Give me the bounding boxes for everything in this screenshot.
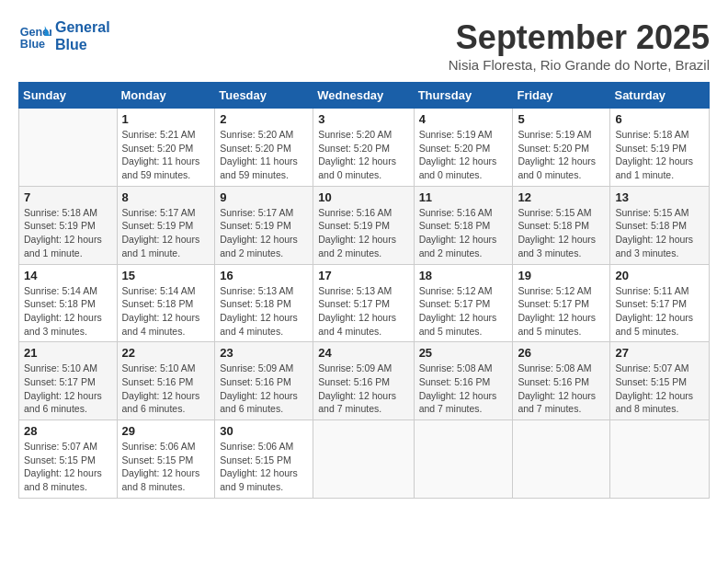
day-info: Sunrise: 5:12 AM Sunset: 5:17 PM Dayligh… <box>518 284 605 339</box>
day-info: Sunrise: 5:13 AM Sunset: 5:17 PM Dayligh… <box>318 284 408 339</box>
title-area: September 2025 Nisia Floresta, Rio Grand… <box>449 18 710 73</box>
calendar-cell: 14Sunrise: 5:14 AM Sunset: 5:18 PM Dayli… <box>19 264 118 342</box>
calendar-cell: 20Sunrise: 5:11 AM Sunset: 5:17 PM Dayli… <box>610 264 710 342</box>
weekday-header-thursday: Thursday <box>414 83 513 109</box>
day-number: 30 <box>220 424 308 438</box>
day-number: 29 <box>122 424 210 438</box>
calendar-cell: 2Sunrise: 5:20 AM Sunset: 5:20 PM Daylig… <box>215 109 313 187</box>
day-number: 12 <box>518 190 605 204</box>
day-number: 18 <box>419 269 508 282</box>
day-number: 24 <box>318 346 408 360</box>
day-number: 19 <box>518 269 605 282</box>
day-number: 7 <box>24 190 112 204</box>
logo-icon: General Blue <box>18 19 51 52</box>
calendar-week-row: 14Sunrise: 5:14 AM Sunset: 5:18 PM Dayli… <box>19 264 710 342</box>
calendar-cell: 16Sunrise: 5:13 AM Sunset: 5:18 PM Dayli… <box>215 264 313 342</box>
day-info: Sunrise: 5:16 AM Sunset: 5:19 PM Dayligh… <box>318 206 408 260</box>
day-number: 13 <box>615 190 704 204</box>
month-title: September 2025 <box>449 18 710 57</box>
day-info: Sunrise: 5:19 AM Sunset: 5:20 PM Dayligh… <box>518 128 605 182</box>
day-number: 16 <box>220 269 308 282</box>
day-info: Sunrise: 5:17 AM Sunset: 5:19 PM Dayligh… <box>122 206 210 260</box>
calendar-cell: 26Sunrise: 5:08 AM Sunset: 5:16 PM Dayli… <box>513 342 610 420</box>
day-info: Sunrise: 5:17 AM Sunset: 5:19 PM Dayligh… <box>220 206 308 260</box>
day-info: Sunrise: 5:18 AM Sunset: 5:19 PM Dayligh… <box>615 128 704 182</box>
day-info: Sunrise: 5:18 AM Sunset: 5:19 PM Dayligh… <box>24 206 112 260</box>
calendar-cell: 12Sunrise: 5:15 AM Sunset: 5:18 PM Dayli… <box>513 186 610 264</box>
day-info: Sunrise: 5:15 AM Sunset: 5:18 PM Dayligh… <box>518 206 605 260</box>
logo-line1: General <box>55 18 110 36</box>
calendar-cell: 23Sunrise: 5:09 AM Sunset: 5:16 PM Dayli… <box>215 342 313 420</box>
day-number: 15 <box>122 269 210 282</box>
day-info: Sunrise: 5:20 AM Sunset: 5:20 PM Dayligh… <box>220 128 308 182</box>
day-number: 2 <box>220 112 308 126</box>
calendar-table: SundayMondayTuesdayWednesdayThursdayFrid… <box>18 82 710 499</box>
calendar-cell: 27Sunrise: 5:07 AM Sunset: 5:15 PM Dayli… <box>610 342 710 420</box>
location: Nisia Floresta, Rio Grande do Norte, Bra… <box>449 57 710 73</box>
calendar-cell: 8Sunrise: 5:17 AM Sunset: 5:19 PM Daylig… <box>117 186 215 264</box>
day-number: 21 <box>24 346 112 360</box>
calendar-cell: 5Sunrise: 5:19 AM Sunset: 5:20 PM Daylig… <box>513 109 610 187</box>
calendar-cell <box>313 420 414 499</box>
weekday-header-tuesday: Tuesday <box>215 83 313 109</box>
weekday-header-friday: Friday <box>513 83 610 109</box>
calendar-cell <box>19 109 118 187</box>
logo: General Blue General Blue <box>18 18 110 53</box>
calendar-week-row: 21Sunrise: 5:10 AM Sunset: 5:17 PM Dayli… <box>19 342 710 420</box>
calendar-cell: 6Sunrise: 5:18 AM Sunset: 5:19 PM Daylig… <box>610 109 710 187</box>
day-info: Sunrise: 5:10 AM Sunset: 5:17 PM Dayligh… <box>24 362 112 416</box>
day-info: Sunrise: 5:06 AM Sunset: 5:15 PM Dayligh… <box>122 440 210 494</box>
day-number: 26 <box>518 346 605 360</box>
day-number: 11 <box>419 190 508 204</box>
calendar-cell: 18Sunrise: 5:12 AM Sunset: 5:17 PM Dayli… <box>414 264 513 342</box>
calendar-cell: 29Sunrise: 5:06 AM Sunset: 5:15 PM Dayli… <box>117 420 215 499</box>
calendar-cell <box>610 420 710 499</box>
day-info: Sunrise: 5:08 AM Sunset: 5:16 PM Dayligh… <box>518 362 605 416</box>
calendar-cell: 9Sunrise: 5:17 AM Sunset: 5:19 PM Daylig… <box>215 186 313 264</box>
day-number: 23 <box>220 346 308 360</box>
day-number: 14 <box>24 269 112 282</box>
svg-text:Blue: Blue <box>20 38 45 51</box>
calendar-cell: 10Sunrise: 5:16 AM Sunset: 5:19 PM Dayli… <box>313 186 414 264</box>
calendar-week-row: 7Sunrise: 5:18 AM Sunset: 5:19 PM Daylig… <box>19 186 710 264</box>
day-info: Sunrise: 5:08 AM Sunset: 5:16 PM Dayligh… <box>419 362 508 416</box>
day-number: 4 <box>419 112 508 126</box>
day-number: 27 <box>615 346 704 360</box>
calendar-cell <box>513 420 610 499</box>
calendar-cell: 19Sunrise: 5:12 AM Sunset: 5:17 PM Dayli… <box>513 264 610 342</box>
calendar-cell: 24Sunrise: 5:09 AM Sunset: 5:16 PM Dayli… <box>313 342 414 420</box>
calendar-cell: 11Sunrise: 5:16 AM Sunset: 5:18 PM Dayli… <box>414 186 513 264</box>
weekday-header-sunday: Sunday <box>19 83 118 109</box>
day-info: Sunrise: 5:07 AM Sunset: 5:15 PM Dayligh… <box>615 362 704 416</box>
day-number: 5 <box>518 112 605 126</box>
day-info: Sunrise: 5:14 AM Sunset: 5:18 PM Dayligh… <box>24 284 112 339</box>
day-info: Sunrise: 5:06 AM Sunset: 5:15 PM Dayligh… <box>220 440 308 494</box>
calendar-cell <box>414 420 513 499</box>
calendar-cell: 3Sunrise: 5:20 AM Sunset: 5:20 PM Daylig… <box>313 109 414 187</box>
calendar-cell: 30Sunrise: 5:06 AM Sunset: 5:15 PM Dayli… <box>215 420 313 499</box>
day-info: Sunrise: 5:16 AM Sunset: 5:18 PM Dayligh… <box>419 206 508 260</box>
weekday-header-saturday: Saturday <box>610 83 710 109</box>
day-info: Sunrise: 5:14 AM Sunset: 5:18 PM Dayligh… <box>122 284 210 339</box>
day-number: 3 <box>318 112 408 126</box>
day-number: 9 <box>220 190 308 204</box>
day-info: Sunrise: 5:13 AM Sunset: 5:18 PM Dayligh… <box>220 284 308 339</box>
day-info: Sunrise: 5:19 AM Sunset: 5:20 PM Dayligh… <box>419 128 508 182</box>
day-info: Sunrise: 5:10 AM Sunset: 5:16 PM Dayligh… <box>122 362 210 416</box>
day-number: 20 <box>615 269 704 282</box>
day-number: 22 <box>122 346 210 360</box>
day-number: 8 <box>122 190 210 204</box>
day-number: 10 <box>318 190 408 204</box>
day-info: Sunrise: 5:20 AM Sunset: 5:20 PM Dayligh… <box>318 128 408 182</box>
weekday-header-wednesday: Wednesday <box>313 83 414 109</box>
day-info: Sunrise: 5:09 AM Sunset: 5:16 PM Dayligh… <box>318 362 408 416</box>
calendar-cell: 15Sunrise: 5:14 AM Sunset: 5:18 PM Dayli… <box>117 264 215 342</box>
day-number: 1 <box>122 112 210 126</box>
calendar-cell: 28Sunrise: 5:07 AM Sunset: 5:15 PM Dayli… <box>19 420 118 499</box>
day-info: Sunrise: 5:12 AM Sunset: 5:17 PM Dayligh… <box>419 284 508 339</box>
calendar-cell: 7Sunrise: 5:18 AM Sunset: 5:19 PM Daylig… <box>19 186 118 264</box>
calendar-cell: 4Sunrise: 5:19 AM Sunset: 5:20 PM Daylig… <box>414 109 513 187</box>
page-header: General Blue General Blue September 2025… <box>18 18 710 73</box>
calendar-cell: 21Sunrise: 5:10 AM Sunset: 5:17 PM Dayli… <box>19 342 118 420</box>
calendar-cell: 25Sunrise: 5:08 AM Sunset: 5:16 PM Dayli… <box>414 342 513 420</box>
